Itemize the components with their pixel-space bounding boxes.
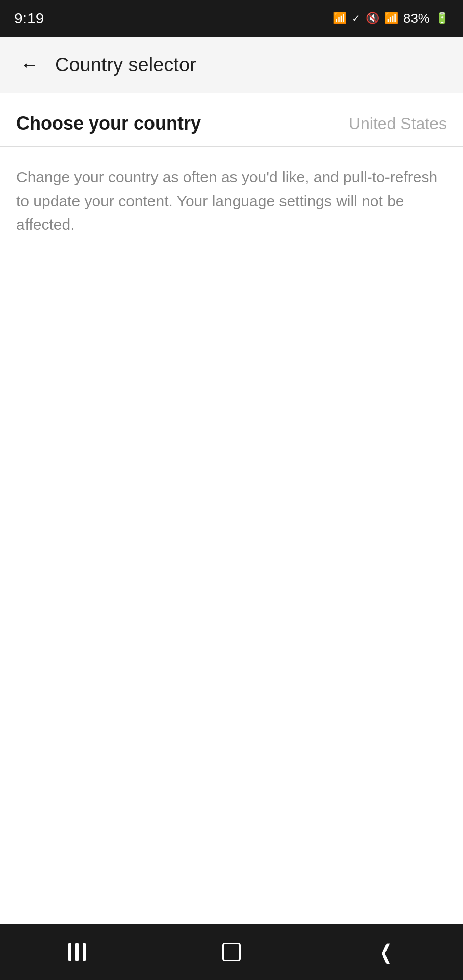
app-bar-title: Country selector xyxy=(55,54,196,76)
content-area: Choose your country United States Change… xyxy=(0,93,463,924)
bluetooth-icon: ✓ xyxy=(352,12,361,24)
home-icon xyxy=(222,943,241,961)
back-chevron-icon: ❮ xyxy=(380,940,392,964)
battery-percentage: 83% xyxy=(403,11,430,27)
country-label: Choose your country xyxy=(16,113,201,134)
back-arrow-icon: ← xyxy=(20,54,39,76)
bluetooth-icon: 📶 xyxy=(333,12,347,25)
wifi-icon: 📶 xyxy=(384,12,398,25)
status-time: 9:19 xyxy=(14,10,44,27)
status-bar: 9:19 📶 ✓ 🔇 📶 83% 🔋 xyxy=(0,0,463,37)
app-bar: ← Country selector xyxy=(0,37,463,93)
nav-home-button[interactable] xyxy=(211,932,252,972)
nav-recents-button[interactable] xyxy=(57,932,97,972)
nav-back-button[interactable]: ❮ xyxy=(366,932,406,972)
description-text: Change your country as often as you'd li… xyxy=(0,147,463,255)
back-button[interactable]: ← xyxy=(14,50,45,80)
nav-bar: ❮ xyxy=(0,924,463,980)
country-row[interactable]: Choose your country United States xyxy=(0,93,463,147)
recents-icon xyxy=(68,943,86,961)
status-icons: 📶 ✓ 🔇 📶 83% 🔋 xyxy=(333,11,449,27)
country-value[interactable]: United States xyxy=(349,114,447,133)
mute-icon: 🔇 xyxy=(366,12,379,25)
battery-icon: 🔋 xyxy=(435,12,449,25)
